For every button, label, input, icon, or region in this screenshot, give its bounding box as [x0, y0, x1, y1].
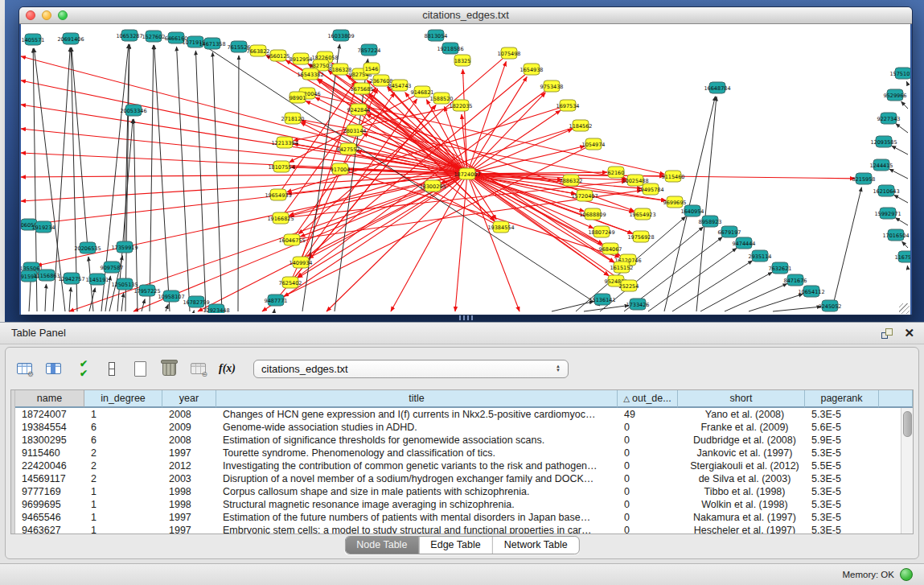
graph-node[interactable]: 17359919 — [111, 241, 138, 253]
graph-node[interactable]: 15720407 — [571, 190, 598, 201]
table-cell[interactable]: 0 — [618, 447, 678, 459]
graph-node[interactable]: 12213394 — [271, 137, 298, 148]
graph-node[interactable]: 19166825 — [267, 212, 294, 224]
tab-network-table[interactable]: Network Table — [492, 537, 579, 554]
zoom-window-button[interactable] — [58, 10, 68, 20]
graph-node[interactable]: 10688809 — [579, 208, 606, 220]
graph-node[interactable]: 19654933 — [265, 189, 291, 200]
table-cell[interactable]: 1 — [84, 511, 162, 524]
graph-node[interactable]: 18325 — [454, 55, 471, 66]
table-row[interactable]: 1872400712008Changes of HCN gene express… — [15, 408, 901, 421]
graph-node[interactable]: 8215958 — [852, 173, 876, 184]
table-cell[interactable]: Estimation of significance thresholds fo… — [216, 434, 618, 447]
graph-node[interactable]: 9227343 — [877, 113, 901, 124]
minimize-window-button[interactable] — [42, 10, 51, 20]
table-cell[interactable]: 18724007 — [15, 408, 84, 421]
table-cell[interactable]: 5.3E-5 — [805, 511, 879, 524]
graph-node[interactable]: 1546 — [363, 63, 380, 74]
table-cell[interactable]: 5.3E-5 — [805, 498, 879, 511]
close-window-button[interactable] — [26, 10, 35, 20]
graph-node[interactable]: 19654923 — [629, 208, 655, 220]
graph-node[interactable]: 20691406 — [57, 33, 84, 44]
graph-node[interactable]: 9529966 — [884, 89, 907, 101]
table-cell[interactable]: 0 — [618, 459, 678, 472]
table-cell[interactable]: de Silva et al. (2003) — [678, 472, 805, 485]
graph-node[interactable]: 7857224 — [358, 44, 381, 56]
table-cell[interactable]: 2 — [84, 472, 162, 485]
table-cell[interactable]: 0 — [618, 434, 678, 447]
table-cell[interactable]: 18300295 — [15, 434, 84, 447]
table-cell[interactable]: 1997 — [162, 511, 216, 524]
table-row[interactable]: 2242004622012Investigating the contribut… — [15, 459, 901, 472]
table-cell[interactable]: 0 — [618, 524, 678, 534]
table-cell[interactable]: Estimation of the future numbers of pati… — [216, 511, 618, 524]
table-cell[interactable]: Tourette syndrome. Phenomenology and cla… — [216, 447, 618, 459]
graph-node[interactable]: 1654938 — [520, 64, 544, 75]
table-cell[interactable]: 14569117 — [15, 472, 84, 485]
table-row[interactable]: 946554611997Estimation of the future num… — [15, 511, 901, 524]
vertical-scrollbar[interactable] — [901, 408, 913, 534]
graph-node[interactable]: 62160 — [608, 167, 625, 178]
table-cell[interactable]: 5.9E-5 — [805, 434, 879, 447]
graph-node[interactable]: 7625402 — [279, 277, 302, 288]
table-cell[interactable]: 2 — [84, 447, 162, 459]
graph-node[interactable]: 252254 — [619, 280, 639, 291]
table-row[interactable]: 977716911998Corpus callosum shape and si… — [15, 485, 901, 498]
table-cell[interactable]: Stergiakouli et al. (2012) — [678, 459, 805, 472]
table-cell[interactable]: Investigating the contribution of common… — [216, 459, 618, 472]
table-cell[interactable]: Yano et al. (2008) — [678, 408, 805, 421]
graph-node[interactable]: 8471676 — [784, 274, 807, 286]
graph-node[interactable]: 1697534 — [556, 100, 580, 111]
graph-node[interactable]: 19218586 — [437, 43, 463, 54]
graph-node[interactable]: 7632621 — [769, 262, 792, 274]
graph-node[interactable]: 1675685 — [351, 83, 374, 94]
graph-node[interactable]: 7886322 — [560, 175, 583, 186]
table-cell[interactable]: 0 — [618, 472, 678, 485]
splitter-handle[interactable] — [459, 315, 474, 320]
table-cell[interactable]: Hescheler et al. (1997) — [678, 524, 805, 534]
graph-node[interactable]: 1167531 — [895, 251, 910, 262]
table-cell[interactable]: 2008 — [162, 434, 216, 447]
table-cell[interactable]: Franke et al. (2009) — [678, 421, 805, 434]
graph-node[interactable]: 16033809 — [327, 30, 354, 41]
graph-node[interactable]: 9474444 — [733, 237, 756, 249]
table-cell[interactable]: Dudbridge et al. (2008) — [678, 434, 805, 447]
scrollbar-thumb[interactable] — [903, 411, 912, 437]
table-cell[interactable]: 0 — [618, 511, 678, 524]
graph-node[interactable]: 917004 — [331, 163, 351, 175]
table-cell[interactable]: Corpus callosum shape and size in male p… — [216, 485, 618, 498]
graph-node[interactable]: 12942757 — [58, 273, 84, 284]
graph-node[interactable]: 1733426 — [626, 299, 650, 310]
row-height-icon[interactable] — [101, 357, 122, 380]
graph-node[interactable]: 16648784 — [704, 82, 730, 93]
table-cell[interactable]: 6 — [84, 421, 162, 434]
table-cell[interactable]: 19384554 — [15, 421, 84, 434]
column-header-name[interactable]: name — [15, 390, 84, 408]
graph-node[interactable]: 10653287 — [116, 30, 142, 41]
window-resize-grip[interactable] — [899, 303, 910, 314]
graph-node[interactable]: 8813054 — [425, 30, 448, 41]
table-cell[interactable]: 9463627 — [15, 524, 84, 534]
function-builder-icon[interactable]: f(x) — [216, 357, 238, 380]
table-cell[interactable]: 1 — [84, 485, 162, 498]
graph-node[interactable]: 2718120 — [281, 113, 305, 124]
table-row[interactable]: 1830029562008Estimation of significance … — [15, 434, 901, 447]
table-cell[interactable]: 5.3E-5 — [805, 472, 879, 485]
graph-node[interactable]: 16210643 — [873, 185, 899, 196]
table-cell[interactable]: Structural magnetic resonance image aver… — [216, 498, 618, 511]
graph-node[interactable]: 15136141 — [589, 294, 615, 305]
table-row[interactable]: 1938455462009Genome-wide association stu… — [15, 421, 901, 434]
graph-node[interactable]: 10654112 — [798, 286, 824, 297]
graph-node[interactable]: 2935114 — [749, 250, 772, 262]
graph-node[interactable]: 1244415 — [870, 159, 893, 171]
table-cell[interactable]: 1998 — [162, 498, 216, 511]
table-cell[interactable]: 9777169 — [15, 485, 84, 498]
table-cell[interactable]: Wolkin et al. (1998) — [678, 498, 805, 511]
memory-ok-indicator-icon[interactable] — [900, 568, 913, 581]
table-cell[interactable]: 9699695 — [15, 498, 84, 511]
table-cell[interactable]: 2 — [84, 459, 162, 472]
table-cell[interactable]: 5.3E-5 — [805, 408, 879, 421]
tab-node-table[interactable]: Node Table — [345, 537, 418, 554]
table-cell[interactable]: 1998 — [162, 485, 216, 498]
column-header-in_degree[interactable]: in_degree — [84, 390, 162, 408]
